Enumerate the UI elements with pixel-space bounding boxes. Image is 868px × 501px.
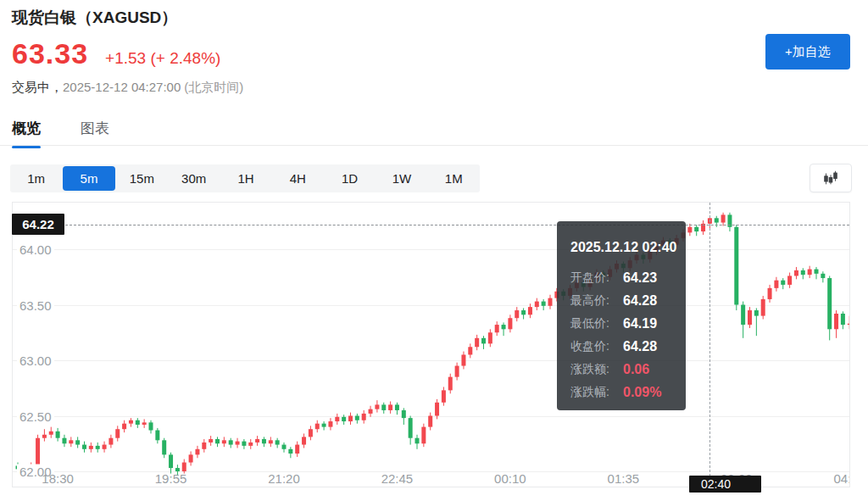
- x-axis-label: 22:45: [381, 471, 414, 486]
- interval-button-1D[interactable]: 1D: [324, 166, 376, 191]
- candle-23:50: [481, 336, 486, 349]
- tab-chart[interactable]: 图表: [81, 119, 109, 148]
- add-watchlist-button[interactable]: +加自选: [765, 34, 850, 70]
- candle-00:30: [535, 298, 539, 310]
- candle-22:10: [348, 413, 353, 425]
- candle-03:20: [761, 296, 765, 320]
- tooltip-row: 最高价:64.28: [570, 293, 672, 308]
- x-axis-label: 19:55: [155, 471, 187, 486]
- candle-19:45: [155, 428, 159, 443]
- candle-20:55: [248, 439, 253, 449]
- candle-03:10: [748, 307, 752, 328]
- candle-18:15: [36, 435, 40, 468]
- quote-timestamp: 2025-12-12 04:27:00: [63, 80, 181, 94]
- candlestick-chart[interactable]: 2025.12.12 02:40 开盘价:64.23最高价:64.28最低价:6…: [12, 202, 850, 487]
- candle-19:20: [122, 420, 126, 432]
- tooltip-row-label: 涨跌额:: [570, 362, 623, 376]
- candle-21:05: [262, 437, 266, 447]
- interval-button-5m[interactable]: 5m: [63, 166, 114, 191]
- trading-status-label: 交易中，: [12, 80, 63, 94]
- interval-button-15m[interactable]: 15m: [116, 166, 168, 191]
- tooltip-row: 涨跌幅:0.09%: [570, 385, 672, 399]
- candle-23:30: [455, 363, 459, 381]
- candle-00:00: [495, 321, 499, 336]
- y-axis-label: 64.00: [17, 242, 54, 257]
- interval-button-1W[interactable]: 1W: [376, 166, 427, 191]
- interval-toolbar: 1m5m15m30m1H4H1D1W1M: [10, 164, 480, 192]
- tab-overview[interactable]: 概览: [12, 119, 41, 148]
- tooltip-row: 涨跌额:0.06: [570, 362, 672, 376]
- candle-23:20: [442, 387, 446, 405]
- tooltip-datetime: 2025.12.12 02:40: [570, 240, 672, 255]
- candle-00:05: [502, 322, 506, 336]
- candle-21:20: [282, 443, 287, 453]
- interval-button-30m[interactable]: 30m: [168, 166, 220, 191]
- candle-21:45: [315, 420, 320, 432]
- ohlc-tooltip: 2025.12.12 02:40 开盘价:64.23最高价:64.28最低价:6…: [557, 221, 686, 410]
- candle-23:45: [475, 335, 479, 350]
- candle-18:20: [42, 429, 47, 441]
- candlestick-chart-icon: [821, 169, 840, 187]
- candle-23:00: [415, 435, 420, 449]
- x-axis-label: 01:35: [608, 471, 640, 486]
- candle-19:40: [149, 420, 153, 434]
- candle-19:15: [115, 426, 120, 441]
- candle-22:25: [369, 406, 373, 417]
- candle-00:10: [508, 315, 512, 332]
- candle-19:35: [142, 419, 147, 427]
- crosshair-time-badge: 02:40: [689, 476, 761, 493]
- y-axis-label: 63.00: [17, 353, 54, 368]
- candlestick-canvas[interactable]: [13, 203, 850, 487]
- interval-button-4H[interactable]: 4H: [272, 166, 324, 191]
- candle-21:00: [255, 436, 259, 446]
- tab-overview-label: 概览: [12, 120, 41, 136]
- chart-style-button[interactable]: [810, 164, 852, 192]
- candle-21:50: [322, 421, 326, 430]
- candle-23:55: [488, 329, 492, 347]
- candle-23:15: [435, 399, 439, 420]
- candle-04:05: [821, 271, 825, 282]
- candle-22:00: [335, 414, 339, 425]
- trading-status: 交易中，2025-12-12 04:27:00(北京时间): [12, 80, 243, 96]
- candle-23:35: [461, 352, 465, 370]
- candle-02:30: [694, 225, 698, 236]
- candle-00:15: [515, 307, 519, 321]
- tooltip-row: 最低价:64.19: [570, 316, 672, 331]
- tooltip-row-value: 64.23: [623, 270, 657, 285]
- candle-22:05: [342, 415, 346, 425]
- x-axis-label: 04:25: [833, 471, 850, 486]
- candle-23:05: [421, 424, 426, 448]
- interval-button-1H[interactable]: 1H: [220, 166, 271, 191]
- candle-21:25: [288, 447, 292, 458]
- candle-18:35: [62, 435, 66, 447]
- candle-20:35: [222, 437, 226, 447]
- tooltip-row-value: 64.28: [623, 339, 657, 353]
- candle-02:50: [721, 213, 726, 226]
- page-title: 现货白银（XAGUSD）: [12, 7, 177, 29]
- interval-button-1M[interactable]: 1M: [428, 166, 480, 191]
- interval-button-1m[interactable]: 1m: [10, 166, 62, 191]
- y-axis-label: 63.50: [17, 298, 54, 312]
- candle-02:35: [701, 220, 705, 235]
- current-price-dashed-line: [65, 225, 849, 225]
- candle-04:10: [827, 276, 832, 340]
- candle-04:15: [834, 310, 838, 338]
- x-axis-label: 18:30: [42, 471, 74, 486]
- candle-18:40: [69, 437, 73, 447]
- tooltip-row-label: 涨跌幅:: [570, 385, 623, 399]
- x-axis-label: 21:20: [268, 471, 300, 486]
- candle-03:55: [808, 266, 812, 278]
- candle-03:40: [787, 273, 792, 288]
- candle-22:15: [355, 414, 359, 424]
- candle-22:55: [409, 416, 413, 445]
- tooltip-row: 收盘价:64.28: [570, 339, 672, 353]
- candle-21:55: [328, 418, 332, 430]
- crosshair-vertical-line: [709, 203, 710, 476]
- tooltip-row: 开盘价:64.23: [570, 270, 672, 285]
- candle-04:25: [848, 316, 850, 330]
- last-price-badge: 64.22: [12, 214, 64, 235]
- candle-23:10: [428, 413, 432, 431]
- candle-19:55: [169, 453, 173, 474]
- candle-20:50: [242, 439, 246, 449]
- candle-18:55: [89, 443, 93, 453]
